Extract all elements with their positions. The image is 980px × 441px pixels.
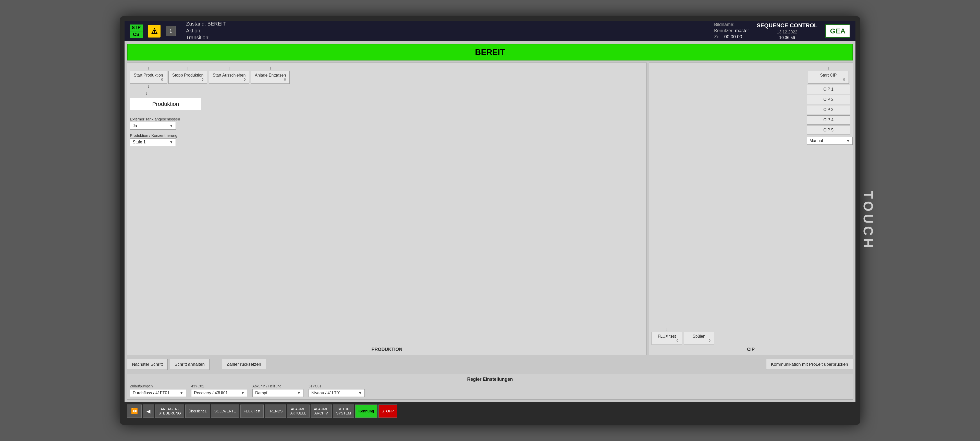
kommunikation-button[interactable]: Kommunikation mit ProLeit überbrücken — [766, 359, 853, 370]
nav-stopp[interactable]: STOPP — [379, 404, 397, 418]
nav-uebersicht1[interactable]: Übersicht 1 — [185, 404, 210, 418]
spuelen-button[interactable]: Spülen 0 — [684, 332, 714, 345]
prod-konz-section: Produktion / Konzentrierung Stufe 1 ▼ — [130, 133, 644, 146]
cip-panel: ↓ FLUX test 0 ↓ Spülen 0 — [649, 62, 853, 355]
stopp-produktion-button[interactable]: Stopp Produktion 0 — [169, 71, 207, 84]
flux-test-item: ↓ FLUX test 0 — [652, 326, 682, 345]
nav-home-icon[interactable]: ⏪ — [127, 404, 142, 418]
flow-item-start-ausschieben: ↓ Start Ausschieben 0 — [209, 65, 249, 84]
field4-group: 51YC01 Niveau / 41LT01 ▼ — [309, 384, 365, 397]
nav-flux-test[interactable]: FLUX Test — [240, 404, 264, 418]
field4-dropdown[interactable]: Niveau / 41LT01 ▼ — [309, 389, 365, 397]
cip-manual-dropdown[interactable]: Manual ▼ — [807, 137, 853, 145]
flux-test-button[interactable]: FLUX test 0 — [652, 332, 682, 345]
field4-arrow-icon: ▼ — [358, 391, 362, 395]
seq-control-label: SEQUENCE CONTROL — [757, 22, 818, 29]
nav-anlagen-steuerung[interactable]: ANLAGEN-STEUERUNG — [155, 404, 184, 418]
field2-dropdown[interactable]: Recovery / 43UI01 ▼ — [191, 389, 247, 397]
bildname-label: Bildname: — [714, 22, 735, 27]
header-bar: STP CS ⚠ 1 Zustand: BEREIT Aktion: Trans… — [124, 21, 856, 41]
screen-bezel: STP CS ⚠ 1 Zustand: BEREIT Aktion: Trans… — [120, 16, 860, 425]
field2-arrow-icon: ▼ — [241, 391, 245, 395]
cip-manual-arrow-icon: ▼ — [846, 139, 850, 143]
stopp-produktion-num: 0 — [172, 78, 204, 81]
start-ausschieben-button[interactable]: Start Ausschieben 0 — [209, 71, 249, 84]
zulaufpumpen-value: Durchfluss / 41FT01 — [133, 391, 169, 395]
upper-section: ↓ Start Produktion 0 ↓ ↓ Stopp Produktio… — [127, 62, 853, 355]
header-status-box: STP CS — [130, 24, 143, 38]
start-cip-button[interactable]: Start CIP 0 — [808, 71, 849, 84]
ext-tank-dropdown[interactable]: Ja ▼ — [130, 122, 176, 130]
nav-back-button[interactable]: ◀ — [143, 404, 154, 418]
start-cip-label: Start CIP — [812, 73, 845, 78]
nav-setup-system[interactable]: SETUPSYSTEM — [333, 404, 354, 418]
cip-left: ↓ FLUX test 0 ↓ Spülen 0 — [652, 65, 804, 345]
cip3-label: CIP 3 — [823, 107, 834, 112]
status-banner: BEREIT — [127, 44, 853, 60]
anlage-entgasen-button[interactable]: Anlage Entgasen 0 — [251, 71, 290, 84]
benutzer-value: master — [735, 28, 749, 33]
spuelen-num: 0 — [687, 339, 711, 342]
cip-panel-label: CIP — [652, 345, 850, 352]
prod-konz-label: Produktion / Konzentrierung — [130, 133, 644, 138]
cip4-label: CIP 4 — [823, 118, 834, 122]
cip1-button[interactable]: CIP 1 — [807, 85, 850, 94]
schritt-anhalten-button[interactable]: Schritt anhalten — [170, 359, 210, 370]
start-produktion-button[interactable]: Start Produktion 0 — [130, 71, 167, 84]
regler-row: Zulaufpumpen Durchfluss / 41FT01 ▼ 43YC0… — [130, 384, 850, 397]
zaehler-ruecksetzen-button[interactable]: Zähler rücksetzen — [222, 359, 266, 370]
nav-kennung[interactable]: Kennung — [355, 404, 377, 418]
start-cip-wrapper: ↓ Start CIP 0 — [807, 65, 850, 84]
nav-alarme-aktuell[interactable]: ALARMEAKTUELL — [287, 404, 309, 418]
regler-section: Regler Einstellungen Zulaufpumpen Durchf… — [127, 374, 853, 400]
start-cip-num: 0 — [812, 78, 845, 81]
cip-area: ↓ FLUX test 0 ↓ Spülen 0 — [652, 65, 850, 345]
bottom-nav: ⏪ ◀ ANLAGEN-STEUERUNG Übersicht 1 SOLLWE… — [124, 402, 856, 420]
main-content: BEREIT ↓ Start Produktion 0 ↓ — [124, 41, 856, 402]
spuelen-item: ↓ Spülen 0 — [684, 326, 714, 345]
nav-alarme-archiv[interactable]: ALARMEARCHIV — [310, 404, 332, 418]
produktion-panel-label: PRODUKTION — [130, 345, 644, 352]
cip-right: ↓ Start CIP 0 CIP 1 CIP 2 — [807, 65, 850, 345]
cip2-button[interactable]: CIP 2 — [807, 95, 850, 104]
field2-value: Recovery / 43UI01 — [194, 391, 228, 395]
produktion-box: Produktion — [130, 98, 201, 110]
naechster-schritt-button[interactable]: Nächster Schritt — [127, 359, 168, 370]
ext-tank-arrow-icon: ▼ — [169, 124, 173, 128]
produktion-panel: ↓ Start Produktion 0 ↓ ↓ Stopp Produktio… — [127, 62, 647, 355]
start-ausschieben-label: Start Ausschieben — [213, 73, 245, 78]
abkuehlung-group: Abkühln / Heizung Dampf ▼ — [252, 384, 304, 397]
zulaufpumpen-label: Zulaufpumpen — [130, 384, 186, 388]
field4-value: Niveau / 41LT01 — [311, 391, 341, 395]
start-ausschieben-num: 0 — [213, 78, 245, 81]
start-produktion-num: 0 — [134, 78, 163, 81]
anlage-entgasen-num: 0 — [255, 78, 286, 81]
number-box: 1 — [165, 26, 176, 36]
touch-label: TOUCH — [861, 191, 876, 250]
field4-label: 51YC01 — [309, 384, 365, 388]
nav-trends[interactable]: TRENDS — [265, 404, 286, 418]
abkuehlung-dropdown[interactable]: Dampf ▼ — [252, 389, 304, 397]
abkuehlung-value: Dampf — [255, 391, 267, 395]
zulaufpumpen-dropdown[interactable]: Durchfluss / 41FT01 ▼ — [130, 389, 186, 397]
cip-manual-value: Manual — [810, 139, 823, 143]
cip4-button[interactable]: CIP 4 — [807, 115, 850, 124]
cip2-label: CIP 2 — [823, 97, 834, 102]
transition-label: Transition: — [186, 35, 210, 40]
header-zustand: Zustand: BEREIT Aktion: Transition: — [186, 21, 226, 41]
anlage-entgasen-label: Anlage Entgasen — [255, 73, 286, 78]
ext-tank-value: Ja — [133, 124, 137, 128]
cip3-button[interactable]: CIP 3 — [807, 105, 850, 114]
cip1-label: CIP 1 — [823, 87, 834, 91]
cs-box: CS — [130, 31, 143, 38]
cip5-button[interactable]: CIP 5 — [807, 126, 850, 135]
nav-sollwerte[interactable]: SOLLWERTE — [211, 404, 239, 418]
zulaufpumpen-group: Zulaufpumpen Durchfluss / 41FT01 ▼ — [130, 384, 186, 397]
flux-test-label: FLUX test — [655, 334, 678, 339]
prod-konz-dropdown[interactable]: Stufe 1 ▼ — [130, 139, 176, 146]
warning-icon: ⚠ — [148, 25, 161, 38]
flow-item-stopp-produktion: ↓ Stopp Produktion 0 — [169, 65, 207, 84]
time-display: 10:36:56 — [779, 35, 795, 40]
regler-title: Regler Einstellungen — [130, 377, 850, 382]
spuelen-label: Spülen — [687, 334, 711, 339]
